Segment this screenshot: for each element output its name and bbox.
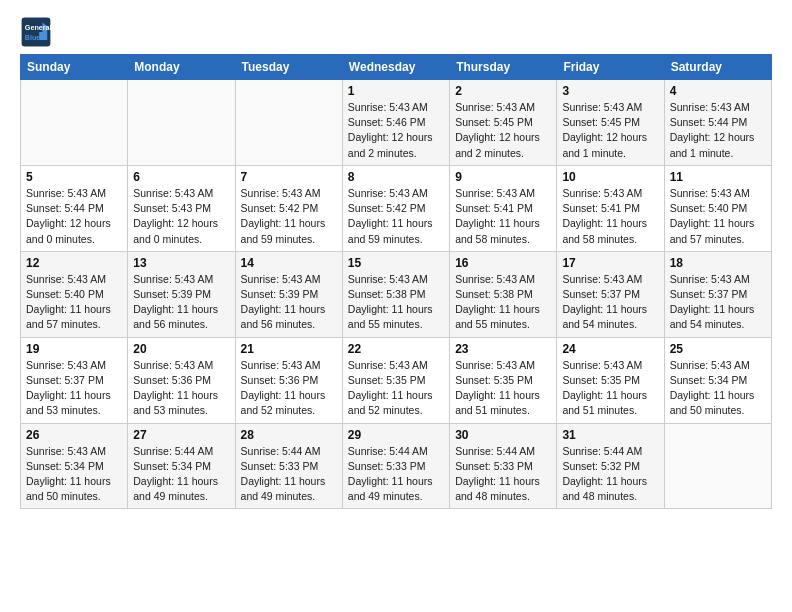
weekday-header-tuesday: Tuesday bbox=[235, 55, 342, 80]
day-number: 12 bbox=[26, 256, 122, 270]
svg-text:General: General bbox=[25, 23, 52, 32]
calendar-week-row: 1Sunrise: 5:43 AM Sunset: 5:46 PM Daylig… bbox=[21, 80, 772, 166]
calendar-cell: 7Sunrise: 5:43 AM Sunset: 5:42 PM Daylig… bbox=[235, 165, 342, 251]
calendar-cell: 24Sunrise: 5:43 AM Sunset: 5:35 PM Dayli… bbox=[557, 337, 664, 423]
day-info: Sunrise: 5:44 AM Sunset: 5:32 PM Dayligh… bbox=[562, 444, 658, 505]
day-number: 1 bbox=[348, 84, 444, 98]
day-info: Sunrise: 5:43 AM Sunset: 5:36 PM Dayligh… bbox=[133, 358, 229, 419]
calendar-week-row: 12Sunrise: 5:43 AM Sunset: 5:40 PM Dayli… bbox=[21, 251, 772, 337]
day-number: 22 bbox=[348, 342, 444, 356]
day-info: Sunrise: 5:43 AM Sunset: 5:45 PM Dayligh… bbox=[455, 100, 551, 161]
weekday-header-saturday: Saturday bbox=[664, 55, 771, 80]
calendar-table: SundayMondayTuesdayWednesdayThursdayFrid… bbox=[20, 54, 772, 509]
day-info: Sunrise: 5:43 AM Sunset: 5:37 PM Dayligh… bbox=[670, 272, 766, 333]
calendar-cell: 26Sunrise: 5:43 AM Sunset: 5:34 PM Dayli… bbox=[21, 423, 128, 509]
weekday-header-thursday: Thursday bbox=[450, 55, 557, 80]
calendar-cell: 16Sunrise: 5:43 AM Sunset: 5:38 PM Dayli… bbox=[450, 251, 557, 337]
day-info: Sunrise: 5:43 AM Sunset: 5:45 PM Dayligh… bbox=[562, 100, 658, 161]
day-info: Sunrise: 5:43 AM Sunset: 5:37 PM Dayligh… bbox=[562, 272, 658, 333]
day-number: 6 bbox=[133, 170, 229, 184]
weekday-header-friday: Friday bbox=[557, 55, 664, 80]
day-number: 17 bbox=[562, 256, 658, 270]
day-number: 5 bbox=[26, 170, 122, 184]
day-info: Sunrise: 5:43 AM Sunset: 5:42 PM Dayligh… bbox=[348, 186, 444, 247]
calendar-cell: 30Sunrise: 5:44 AM Sunset: 5:33 PM Dayli… bbox=[450, 423, 557, 509]
calendar-cell: 4Sunrise: 5:43 AM Sunset: 5:44 PM Daylig… bbox=[664, 80, 771, 166]
day-info: Sunrise: 5:43 AM Sunset: 5:42 PM Dayligh… bbox=[241, 186, 337, 247]
day-info: Sunrise: 5:43 AM Sunset: 5:38 PM Dayligh… bbox=[348, 272, 444, 333]
day-number: 25 bbox=[670, 342, 766, 356]
calendar-cell bbox=[235, 80, 342, 166]
weekday-header-wednesday: Wednesday bbox=[342, 55, 449, 80]
day-number: 8 bbox=[348, 170, 444, 184]
day-number: 14 bbox=[241, 256, 337, 270]
day-info: Sunrise: 5:43 AM Sunset: 5:35 PM Dayligh… bbox=[455, 358, 551, 419]
calendar-cell: 6Sunrise: 5:43 AM Sunset: 5:43 PM Daylig… bbox=[128, 165, 235, 251]
calendar-cell: 21Sunrise: 5:43 AM Sunset: 5:36 PM Dayli… bbox=[235, 337, 342, 423]
calendar-cell: 17Sunrise: 5:43 AM Sunset: 5:37 PM Dayli… bbox=[557, 251, 664, 337]
calendar-cell bbox=[128, 80, 235, 166]
logo: General Blue bbox=[20, 16, 58, 48]
calendar-cell: 29Sunrise: 5:44 AM Sunset: 5:33 PM Dayli… bbox=[342, 423, 449, 509]
day-number: 30 bbox=[455, 428, 551, 442]
calendar-cell: 18Sunrise: 5:43 AM Sunset: 5:37 PM Dayli… bbox=[664, 251, 771, 337]
day-number: 21 bbox=[241, 342, 337, 356]
calendar-cell: 3Sunrise: 5:43 AM Sunset: 5:45 PM Daylig… bbox=[557, 80, 664, 166]
weekday-header-sunday: Sunday bbox=[21, 55, 128, 80]
calendar-cell: 20Sunrise: 5:43 AM Sunset: 5:36 PM Dayli… bbox=[128, 337, 235, 423]
day-info: Sunrise: 5:43 AM Sunset: 5:37 PM Dayligh… bbox=[26, 358, 122, 419]
calendar-cell: 9Sunrise: 5:43 AM Sunset: 5:41 PM Daylig… bbox=[450, 165, 557, 251]
day-number: 23 bbox=[455, 342, 551, 356]
calendar-cell: 23Sunrise: 5:43 AM Sunset: 5:35 PM Dayli… bbox=[450, 337, 557, 423]
day-number: 15 bbox=[348, 256, 444, 270]
day-info: Sunrise: 5:43 AM Sunset: 5:40 PM Dayligh… bbox=[670, 186, 766, 247]
day-info: Sunrise: 5:43 AM Sunset: 5:46 PM Dayligh… bbox=[348, 100, 444, 161]
calendar-cell: 13Sunrise: 5:43 AM Sunset: 5:39 PM Dayli… bbox=[128, 251, 235, 337]
calendar-cell: 8Sunrise: 5:43 AM Sunset: 5:42 PM Daylig… bbox=[342, 165, 449, 251]
day-number: 24 bbox=[562, 342, 658, 356]
calendar-cell bbox=[664, 423, 771, 509]
calendar-cell: 14Sunrise: 5:43 AM Sunset: 5:39 PM Dayli… bbox=[235, 251, 342, 337]
day-number: 20 bbox=[133, 342, 229, 356]
day-info: Sunrise: 5:43 AM Sunset: 5:38 PM Dayligh… bbox=[455, 272, 551, 333]
weekday-header-row: SundayMondayTuesdayWednesdayThursdayFrid… bbox=[21, 55, 772, 80]
day-info: Sunrise: 5:44 AM Sunset: 5:33 PM Dayligh… bbox=[241, 444, 337, 505]
calendar-week-row: 26Sunrise: 5:43 AM Sunset: 5:34 PM Dayli… bbox=[21, 423, 772, 509]
day-number: 7 bbox=[241, 170, 337, 184]
day-info: Sunrise: 5:43 AM Sunset: 5:36 PM Dayligh… bbox=[241, 358, 337, 419]
day-number: 13 bbox=[133, 256, 229, 270]
day-number: 3 bbox=[562, 84, 658, 98]
day-info: Sunrise: 5:43 AM Sunset: 5:41 PM Dayligh… bbox=[455, 186, 551, 247]
calendar-week-row: 5Sunrise: 5:43 AM Sunset: 5:44 PM Daylig… bbox=[21, 165, 772, 251]
calendar-cell: 2Sunrise: 5:43 AM Sunset: 5:45 PM Daylig… bbox=[450, 80, 557, 166]
calendar-cell: 12Sunrise: 5:43 AM Sunset: 5:40 PM Dayli… bbox=[21, 251, 128, 337]
day-number: 29 bbox=[348, 428, 444, 442]
day-number: 9 bbox=[455, 170, 551, 184]
calendar-cell: 10Sunrise: 5:43 AM Sunset: 5:41 PM Dayli… bbox=[557, 165, 664, 251]
calendar-cell: 15Sunrise: 5:43 AM Sunset: 5:38 PM Dayli… bbox=[342, 251, 449, 337]
calendar-cell: 22Sunrise: 5:43 AM Sunset: 5:35 PM Dayli… bbox=[342, 337, 449, 423]
day-info: Sunrise: 5:43 AM Sunset: 5:44 PM Dayligh… bbox=[670, 100, 766, 161]
calendar-cell: 19Sunrise: 5:43 AM Sunset: 5:37 PM Dayli… bbox=[21, 337, 128, 423]
day-info: Sunrise: 5:43 AM Sunset: 5:34 PM Dayligh… bbox=[26, 444, 122, 505]
header: General Blue bbox=[20, 16, 772, 48]
calendar-cell: 5Sunrise: 5:43 AM Sunset: 5:44 PM Daylig… bbox=[21, 165, 128, 251]
day-number: 18 bbox=[670, 256, 766, 270]
day-number: 26 bbox=[26, 428, 122, 442]
weekday-header-monday: Monday bbox=[128, 55, 235, 80]
calendar-cell: 11Sunrise: 5:43 AM Sunset: 5:40 PM Dayli… bbox=[664, 165, 771, 251]
day-info: Sunrise: 5:44 AM Sunset: 5:34 PM Dayligh… bbox=[133, 444, 229, 505]
logo-icon: General Blue bbox=[20, 16, 52, 48]
calendar-cell: 31Sunrise: 5:44 AM Sunset: 5:32 PM Dayli… bbox=[557, 423, 664, 509]
day-number: 4 bbox=[670, 84, 766, 98]
page-container: General Blue SundayMondayTuesdayWednesda… bbox=[0, 0, 792, 519]
calendar-cell: 27Sunrise: 5:44 AM Sunset: 5:34 PM Dayli… bbox=[128, 423, 235, 509]
day-info: Sunrise: 5:43 AM Sunset: 5:35 PM Dayligh… bbox=[348, 358, 444, 419]
calendar-cell: 28Sunrise: 5:44 AM Sunset: 5:33 PM Dayli… bbox=[235, 423, 342, 509]
day-number: 11 bbox=[670, 170, 766, 184]
calendar-cell bbox=[21, 80, 128, 166]
day-info: Sunrise: 5:43 AM Sunset: 5:39 PM Dayligh… bbox=[241, 272, 337, 333]
day-number: 10 bbox=[562, 170, 658, 184]
day-info: Sunrise: 5:43 AM Sunset: 5:35 PM Dayligh… bbox=[562, 358, 658, 419]
day-info: Sunrise: 5:44 AM Sunset: 5:33 PM Dayligh… bbox=[348, 444, 444, 505]
